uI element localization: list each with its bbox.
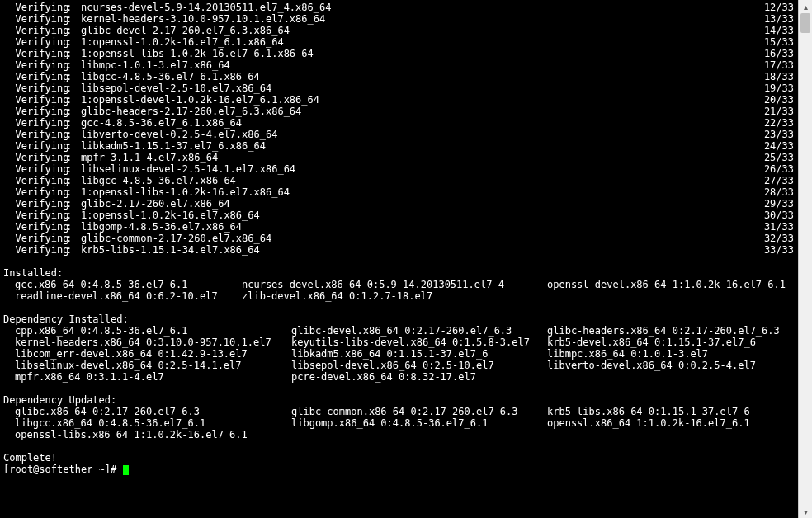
- package-row: openssl-libs.x86_64 1:1.0.2k-16.el7_6.1: [3, 429, 812, 440]
- verify-row: Verifying: 1:openssl-1.0.2k-16.el7_6.1.x…: [3, 36, 812, 48]
- verify-row: Verifying: glibc-devel-2.17-260.el7_6.3.…: [3, 25, 812, 36]
- package-name: glibc-common-2.17-260.el7.x86_64: [81, 233, 744, 244]
- package-name: libgcc-4.8.5-36.el7_6.1.x86_64: [81, 71, 744, 82]
- package-name: zlib-devel.x86_64 0:1.2.7-18.el7: [242, 290, 547, 302]
- package-name: openssl-devel.x86_64 1:1.0.2k-16.el7_6.1: [547, 279, 786, 290]
- section-header: Dependency Installed:: [3, 313, 812, 325]
- package-name: glibc.x86_64 0:2.17-260.el7_6.3: [15, 406, 291, 417]
- package-row: glibc.x86_64 0:2.17-260.el7_6.3glibc-com…: [3, 406, 812, 417]
- verify-row: Verifying: libgcc-4.8.5-36.el7.x86_6427/…: [3, 175, 812, 186]
- verify-label: Verifying: [3, 186, 66, 198]
- verify-label: Verifying: [3, 163, 66, 175]
- package-name: kernel-headers.x86_64 0:3.10.0-957.10.1.…: [15, 337, 291, 348]
- package-name: readline-devel.x86_64 0:6.2-10.el7: [15, 290, 242, 302]
- complete-message: Complete!: [3, 452, 812, 464]
- package-name: glibc-headers.x86_64 0:2.17-260.el7_6.3: [547, 325, 780, 337]
- package-name: [291, 429, 547, 440]
- package-row: cpp.x86_64 0:4.8.5-36.el7_6.1glibc-devel…: [3, 325, 812, 337]
- shell-prompt[interactable]: [root@softether ~]#: [3, 464, 812, 475]
- package-name: libselinux-devel.x86_64 0:2.5-14.1.el7: [15, 360, 291, 371]
- verify-label: Verifying: [3, 175, 66, 186]
- package-row: readline-devel.x86_64 0:6.2-10.el7zlib-d…: [3, 290, 812, 302]
- package-name: pcre-devel.x86_64 0:8.32-17.el7: [291, 371, 547, 383]
- scroll-down-button[interactable]: ▾: [799, 505, 812, 518]
- package-name: libsepol-devel.x86_64 0:2.5-10.el7: [291, 360, 547, 371]
- package-name: libgcc-4.8.5-36.el7.x86_64: [81, 175, 744, 186]
- verify-row: Verifying: 1:openssl-libs-1.0.2k-16.el7_…: [3, 48, 812, 59]
- package-name: glibc-devel-2.17-260.el7_6.3.x86_64: [81, 25, 744, 36]
- package-name: glibc-devel.x86_64 0:2.17-260.el7_6.3: [291, 325, 547, 337]
- scroll-thumb[interactable]: [800, 13, 810, 33]
- verify-row: Verifying: 1:openssl-devel-1.0.2k-16.el7…: [3, 94, 812, 106]
- verify-label: Verifying: [3, 152, 66, 163]
- terminal-window: Verifying: ncurses-devel-5.9-14.20130511…: [0, 0, 812, 518]
- verify-row: Verifying: libkadm5-1.15.1-37.el7_6.x86_…: [3, 140, 812, 152]
- verify-row: Verifying: 1:openssl-1.0.2k-16.el7.x86_6…: [3, 210, 812, 221]
- verify-label: Verifying: [3, 25, 66, 36]
- verify-row: Verifying: 1:openssl-libs-1.0.2k-16.el7.…: [3, 186, 812, 198]
- verify-row: Verifying: libsepol-devel-2.5-10.el7.x86…: [3, 82, 812, 94]
- verify-row: Verifying: glibc-2.17-260.el7.x86_6429/3…: [3, 198, 812, 210]
- terminal-output[interactable]: Verifying: ncurses-devel-5.9-14.20130511…: [0, 0, 812, 475]
- package-name: krb5-libs.x86_64 0:1.15.1-37.el7_6: [547, 406, 750, 417]
- verify-row: Verifying: glibc-common-2.17-260.el7.x86…: [3, 233, 812, 244]
- package-name: glibc-headers-2.17-260.el7_6.3.x86_64: [81, 106, 744, 117]
- package-name: openssl-libs.x86_64 1:1.0.2k-16.el7_6.1: [15, 429, 291, 440]
- package-name: libverto-devel.x86_64 0:0.2.5-4.el7: [547, 360, 756, 371]
- package-name: mpfr-3.1.1-4.el7.x86_64: [81, 152, 744, 163]
- verify-label: Verifying: [3, 140, 66, 152]
- verify-label: Verifying: [3, 13, 66, 25]
- verify-label: Verifying: [3, 117, 66, 129]
- package-name: libverto-devel-0.2.5-4.el7.x86_64: [81, 129, 744, 140]
- verify-label: Verifying: [3, 36, 66, 48]
- verify-row: Verifying: libgomp-4.8.5-36.el7.x86_6431…: [3, 221, 812, 233]
- package-name: ncurses-devel.x86_64 0:5.9-14.20130511.e…: [242, 279, 547, 290]
- package-name: libmpc-1.0.1-3.el7.x86_64: [81, 59, 744, 71]
- verify-row: Verifying: gcc-4.8.5-36.el7_6.1.x86_6422…: [3, 117, 812, 129]
- package-name: openssl.x86_64 1:1.0.2k-16.el7_6.1: [547, 417, 750, 429]
- package-name: libgcc.x86_64 0:4.8.5-36.el7_6.1: [15, 417, 291, 429]
- package-name: libkadm5.x86_64 0:1.15.1-37.el7_6: [291, 348, 547, 360]
- verify-label: Verifying: [3, 71, 66, 82]
- package-row: gcc.x86_64 0:4.8.5-36.el7_6.1ncurses-dev…: [3, 279, 812, 290]
- package-name: keyutils-libs-devel.x86_64 0:1.5.8-3.el7: [291, 337, 547, 348]
- package-row: libgcc.x86_64 0:4.8.5-36.el7_6.1libgomp.…: [3, 417, 812, 429]
- package-name: glibc-common.x86_64 0:2.17-260.el7_6.3: [291, 406, 547, 417]
- verify-row: Verifying: libmpc-1.0.1-3.el7.x86_6417/3…: [3, 59, 812, 71]
- package-name: 1:openssl-libs-1.0.2k-16.el7.x86_64: [81, 186, 744, 198]
- package-row: mpfr.x86_64 0:3.1.1-4.el7pcre-devel.x86_…: [3, 371, 812, 383]
- verify-label: Verifying: [3, 210, 66, 221]
- section-header: Dependency Updated:: [3, 394, 812, 406]
- verify-label: Verifying: [3, 2, 66, 13]
- package-name: krb5-libs-1.15.1-34.el7.x86_64: [81, 244, 744, 256]
- verify-label: Verifying: [3, 59, 66, 71]
- package-name: 1:openssl-devel-1.0.2k-16.el7_6.1.x86_64: [81, 94, 744, 106]
- vertical-scrollbar[interactable]: ▴ ▾: [798, 0, 812, 518]
- package-name: ncurses-devel-5.9-14.20130511.el7_4.x86_…: [81, 2, 744, 13]
- package-name: gcc.x86_64 0:4.8.5-36.el7_6.1: [15, 279, 242, 290]
- package-name: libgomp.x86_64 0:4.8.5-36.el7_6.1: [291, 417, 547, 429]
- package-name: mpfr.x86_64 0:3.1.1-4.el7: [15, 371, 291, 383]
- package-name: libkadm5-1.15.1-37.el7_6.x86_64: [81, 140, 744, 152]
- verify-row: Verifying: glibc-headers-2.17-260.el7_6.…: [3, 106, 812, 117]
- verify-label: Verifying: [3, 129, 66, 140]
- verify-label: Verifying: [3, 48, 66, 59]
- verify-row: Verifying: libverto-devel-0.2.5-4.el7.x8…: [3, 129, 812, 140]
- package-row: kernel-headers.x86_64 0:3.10.0-957.10.1.…: [3, 337, 812, 348]
- verify-label: Verifying: [3, 244, 66, 256]
- package-name: libcom_err-devel.x86_64 0:1.42.9-13.el7: [15, 348, 291, 360]
- verify-row: Verifying: mpfr-3.1.1-4.el7.x86_6425/33: [3, 152, 812, 163]
- verify-row: Verifying: ncurses-devel-5.9-14.20130511…: [3, 2, 812, 13]
- package-name: 1:openssl-1.0.2k-16.el7.x86_64: [81, 210, 744, 221]
- cursor: [123, 465, 129, 475]
- package-name: cpp.x86_64 0:4.8.5-36.el7_6.1: [15, 325, 291, 337]
- package-name: glibc-2.17-260.el7.x86_64: [81, 198, 744, 210]
- package-name: krb5-devel.x86_64 0:1.15.1-37.el7_6: [547, 337, 756, 348]
- package-name: libmpc.x86_64 0:1.0.1-3.el7: [547, 348, 708, 360]
- scroll-up-button[interactable]: ▴: [799, 0, 812, 13]
- verify-label: Verifying: [3, 198, 66, 210]
- verify-label: Verifying: [3, 233, 66, 244]
- package-name: 1:openssl-1.0.2k-16.el7_6.1.x86_64: [81, 36, 744, 48]
- verify-label: Verifying: [3, 82, 66, 94]
- package-name: libsepol-devel-2.5-10.el7.x86_64: [81, 82, 744, 94]
